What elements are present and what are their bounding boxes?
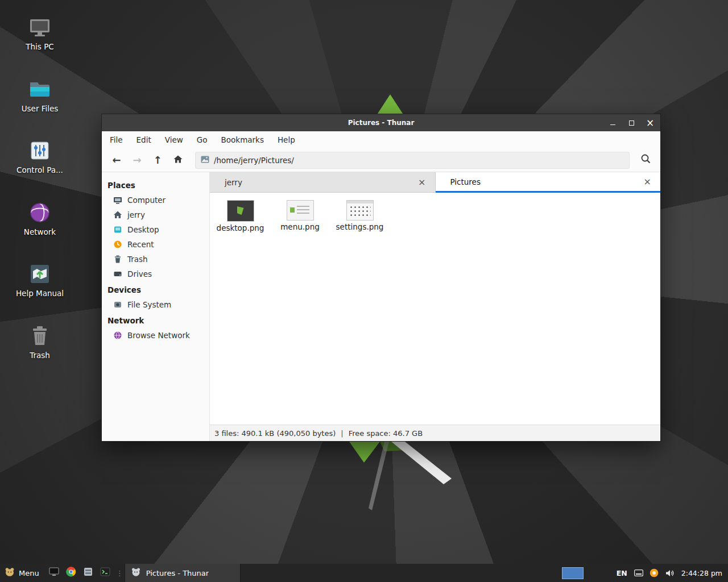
desktop-icon-label: Network (24, 228, 56, 237)
taskbar-window-button[interactable]: Pictures - Thunar (125, 564, 241, 582)
desktop-icon-list: This PC User Files Control Pa... Network… (13, 15, 67, 360)
sidebar-item-jerry[interactable]: jerry (102, 207, 209, 222)
desktop-icon-label: User Files (22, 105, 59, 114)
path-bar[interactable]: /home/jerry/Pictures/ (195, 152, 630, 169)
help-manual-icon (27, 261, 52, 286)
forward-button[interactable]: → (127, 152, 147, 169)
desktop-icon-help-manual[interactable]: Help Manual (13, 261, 67, 298)
file-thumbnail (228, 201, 254, 221)
desktop-icon-network[interactable]: Network (13, 200, 67, 237)
launcher-show-desktop[interactable] (46, 564, 63, 582)
sidebar-item-drives[interactable]: Drives (102, 267, 209, 281)
user-files-icon (27, 77, 52, 102)
search-button[interactable] (635, 152, 656, 169)
quick-launchers (46, 564, 114, 582)
launcher-file-manager[interactable] (80, 564, 97, 582)
file-manager-icon (83, 567, 93, 579)
close-icon[interactable]: × (642, 176, 653, 187)
menu-bookmarks[interactable]: Bookmarks (221, 135, 264, 144)
control-panel-icon (27, 138, 52, 163)
sidebar-item-desktop[interactable]: Desktop (102, 222, 209, 237)
clock[interactable]: 2:44:28 pm (681, 569, 722, 577)
launcher-terminal[interactable] (97, 564, 114, 582)
menu-file[interactable]: File (110, 135, 123, 144)
computer-icon (113, 196, 122, 205)
up-icon: ↑ (153, 154, 162, 166)
taskbar-separator: ⋮ (114, 569, 125, 577)
file-thumbnail (287, 201, 313, 220)
minimize-button[interactable] (609, 118, 616, 127)
close-button[interactable]: × (647, 118, 653, 127)
sidebar-item-computer[interactable]: Computer (102, 193, 209, 207)
menu-help[interactable]: Help (278, 135, 295, 144)
taskbar-window-label: Pictures - Thunar (146, 569, 209, 577)
desktop-icon-label: Control Pa... (16, 166, 63, 175)
menu-go[interactable]: Go (197, 135, 208, 144)
sidebar-item-trash[interactable]: Trash (102, 252, 209, 267)
drives-icon (113, 269, 122, 278)
taskbar: Menu ⋮ Pictures - Thunar EN 2:44:28 pm (0, 564, 728, 582)
sidebar-item-label: Drives (127, 269, 152, 278)
menu-button-label: Menu (19, 569, 39, 577)
volume-icon[interactable] (665, 569, 675, 577)
workspace-pager[interactable] (562, 567, 584, 579)
menu-edit[interactable]: Edit (136, 135, 151, 144)
tab-pictures[interactable]: Pictures × (436, 172, 661, 193)
menu-button[interactable]: Menu (0, 564, 46, 582)
desktop-icon-control-pa[interactable]: Control Pa... (13, 138, 67, 175)
sidebar-item-file-system[interactable]: File System (102, 297, 209, 312)
trash-small-icon (113, 255, 122, 264)
titlebar[interactable]: Pictures - Thunar × (102, 114, 660, 131)
sidebar-section-network: Network (102, 312, 209, 328)
sidebar-item-label: Trash (127, 255, 148, 264)
sidebar-item-label: Browse Network (127, 331, 190, 340)
up-button[interactable]: ↑ (147, 152, 168, 169)
launcher-chrome[interactable] (63, 564, 80, 582)
thunar-window: Pictures - Thunar × FileEditViewGoBookma… (101, 114, 661, 442)
window-controls: × (609, 114, 653, 131)
sidebar-item-browse-network[interactable]: Browse Network (102, 328, 209, 343)
tab-label: Pictures (450, 177, 642, 186)
search-icon (640, 153, 651, 167)
file-name: desktop.png (217, 223, 264, 232)
file-menu-png[interactable]: menu.png (272, 201, 328, 231)
close-icon[interactable]: × (416, 177, 428, 188)
keyboard-icon[interactable] (634, 569, 643, 576)
file-settings-png[interactable]: settings.png (332, 201, 388, 231)
back-button[interactable]: ← (106, 152, 127, 169)
sidebar-item-label: jerry (127, 210, 145, 219)
tray-icons (634, 568, 675, 577)
file-list[interactable]: desktop.png menu.png settings.png (210, 193, 660, 425)
this-pc-icon (27, 15, 52, 40)
file-thumbnail (347, 201, 373, 220)
status-separator: | (341, 429, 343, 438)
desktop-icon-trash[interactable]: Trash (13, 323, 67, 360)
network-icon (27, 200, 52, 225)
file-desktop-png[interactable]: desktop.png (212, 201, 268, 232)
desktop[interactable]: This PC User Files Control Pa... Network… (0, 0, 728, 582)
recent-icon (113, 240, 122, 249)
desktop-icon-this-pc[interactable]: This PC (13, 15, 67, 52)
window-title: Pictures - Thunar (348, 119, 415, 127)
notification-icon[interactable] (650, 568, 659, 577)
sidebar: Places Computer jerry Desktop Recent Tra… (102, 172, 210, 441)
home-button[interactable] (168, 152, 188, 169)
toolbar: ← → ↑ /home/jerry/Pictures/ (102, 148, 660, 172)
menu-logo-icon (5, 567, 15, 579)
path-text: /home/jerry/Pictures/ (214, 156, 294, 165)
tab-label: jerry (225, 178, 416, 187)
maximize-icon (629, 120, 634, 126)
files-summary: 3 files: 490.1 kB (490,050 bytes) (214, 429, 336, 438)
trash-icon (27, 323, 52, 348)
desktop-icon-user-files[interactable]: User Files (13, 77, 67, 114)
desktop-icon-label: Help Manual (16, 289, 64, 298)
free-space: Free space: 46.7 GB (349, 429, 423, 438)
sidebar-item-label: Computer (127, 196, 166, 205)
menu-view[interactable]: View (165, 135, 183, 144)
language-indicator[interactable]: EN (617, 569, 627, 577)
sidebar-item-label: Recent (127, 240, 154, 249)
tab-jerry[interactable]: jerry × (210, 172, 436, 193)
maximize-button[interactable] (628, 118, 635, 127)
sidebar-item-recent[interactable]: Recent (102, 237, 209, 252)
sidebar-item-label: Desktop (127, 225, 159, 234)
